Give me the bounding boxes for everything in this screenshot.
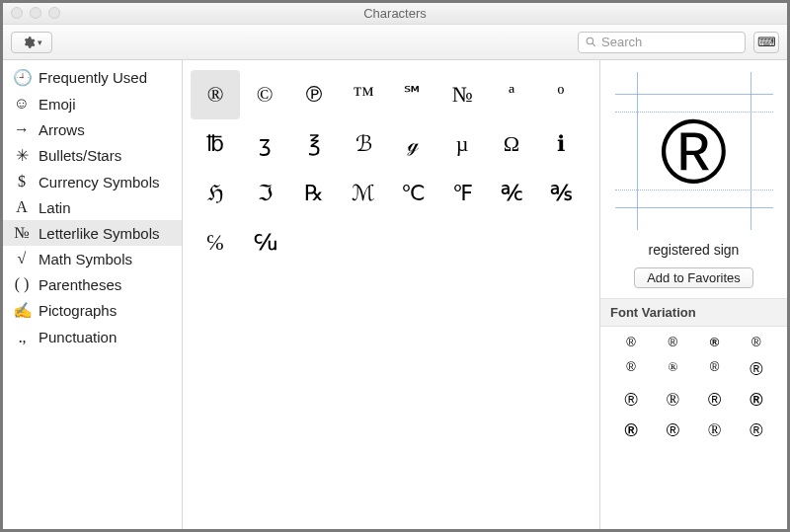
font-variation-header: Font Variation bbox=[600, 298, 787, 327]
font-variation-cell[interactable]: ® bbox=[610, 420, 652, 441]
emoji-icon: ☺ bbox=[13, 95, 31, 113]
character-viewer-window: Characters ▾ Search ⌨︎ 🕘 Frequently Used… bbox=[0, 0, 790, 532]
sidebar-item-pictographs[interactable]: ✍ Pictographs bbox=[3, 297, 182, 324]
char-cell[interactable]: ℔ bbox=[191, 119, 240, 169]
char-cell[interactable]: ª bbox=[487, 70, 536, 119]
char-cell[interactable]: µ bbox=[437, 119, 487, 169]
character-name: registered sign bbox=[600, 242, 787, 258]
star-icon: ✳ bbox=[13, 146, 31, 165]
char-cell[interactable]: ™ bbox=[339, 70, 388, 119]
sidebar-item-label: Currency Symbols bbox=[39, 174, 160, 190]
char-cell[interactable]: ℗ bbox=[289, 70, 339, 119]
gear-icon bbox=[22, 36, 36, 49]
char-cell[interactable]: Ω bbox=[487, 119, 536, 169]
content: 🕘 Frequently Used ☺ Emoji → Arrows ✳ Bul… bbox=[3, 60, 787, 529]
clock-icon: 🕘 bbox=[13, 68, 31, 87]
font-variation-cell[interactable]: ® bbox=[652, 359, 693, 380]
settings-menu-button[interactable]: ▾ bbox=[11, 32, 52, 53]
sidebar-item-punctuation[interactable]: ․, Punctuation bbox=[3, 324, 182, 350]
sidebar-item-currency[interactable]: $ Currency Symbols bbox=[3, 169, 182, 194]
char-cell[interactable]: ℞ bbox=[289, 169, 339, 218]
char-cell[interactable]: ℬ bbox=[339, 119, 388, 169]
char-cell[interactable]: ℌ bbox=[191, 169, 240, 218]
sidebar-item-parentheses[interactable]: ( ) Parentheses bbox=[3, 271, 182, 297]
sidebar-item-label: Letterlike Symbols bbox=[39, 225, 160, 242]
char-cell[interactable]: º bbox=[536, 70, 586, 119]
detail-panel: ® registered sign Add to Favorites Font … bbox=[599, 60, 787, 529]
sidebar-item-label: Emoji bbox=[39, 96, 76, 113]
font-variation-cell[interactable]: ® bbox=[610, 335, 652, 349]
char-cell[interactable]: ℁ bbox=[536, 169, 586, 218]
font-variation-cell[interactable]: ® bbox=[652, 390, 693, 411]
keyboard-icon: ⌨︎ bbox=[757, 35, 776, 49]
char-cell[interactable]: ℊ bbox=[388, 119, 437, 169]
char-cell[interactable]: ℳ bbox=[339, 169, 388, 218]
font-variation-cell[interactable]: ® bbox=[736, 359, 777, 380]
char-cell[interactable]: ℠ bbox=[388, 70, 437, 119]
font-variation-cell[interactable]: ® bbox=[652, 335, 693, 349]
font-variation-cell[interactable]: ® bbox=[694, 359, 736, 380]
sidebar-item-bullets-stars[interactable]: ✳ Bullets/Stars bbox=[3, 142, 182, 169]
minimize-button[interactable] bbox=[30, 7, 41, 19]
sidebar-item-letterlike[interactable]: № Letterlike Symbols bbox=[3, 220, 182, 246]
window-title: Characters bbox=[363, 6, 427, 21]
sidebar-item-label: Pictographs bbox=[39, 302, 117, 319]
sidebar-item-label: Punctuation bbox=[39, 329, 117, 345]
font-variation-grid: ® ® ® ® ® ® ® ® ® ® ® ® ® ® ® ® bbox=[600, 327, 787, 449]
sidebar-item-math[interactable]: √ Math Symbols bbox=[3, 246, 182, 271]
glyph-preview: ® bbox=[615, 72, 773, 230]
zoom-button[interactable] bbox=[48, 7, 60, 19]
parentheses-icon: ( ) bbox=[13, 275, 31, 293]
font-variation-cell[interactable]: ® bbox=[736, 390, 777, 411]
sidebar-item-emoji[interactable]: ☺ Emoji bbox=[3, 91, 182, 116]
svg-line-1 bbox=[592, 43, 595, 46]
sidebar: 🕘 Frequently Used ☺ Emoji → Arrows ✳ Bul… bbox=[3, 60, 183, 529]
char-cell[interactable]: ℃ bbox=[388, 169, 437, 218]
keyboard-viewer-button[interactable]: ⌨︎ bbox=[753, 32, 779, 53]
char-cell[interactable]: ℆ bbox=[240, 218, 289, 267]
sidebar-item-label: Latin bbox=[39, 199, 71, 216]
char-cell[interactable]: ℹ bbox=[536, 119, 586, 169]
sidebar-item-label: Math Symbols bbox=[39, 251, 132, 267]
glyph: ® bbox=[661, 100, 728, 203]
char-cell[interactable]: ℑ bbox=[240, 169, 289, 218]
char-cell[interactable]: ℥ bbox=[289, 119, 339, 169]
font-variation-cell[interactable]: ® bbox=[694, 390, 736, 411]
svg-point-0 bbox=[587, 38, 593, 44]
char-cell[interactable]: ℉ bbox=[437, 169, 487, 218]
sidebar-item-arrows[interactable]: → Arrows bbox=[3, 116, 182, 142]
font-variation-cell[interactable]: ® bbox=[736, 420, 777, 441]
letter-a-icon: A bbox=[13, 198, 31, 216]
dollar-icon: $ bbox=[13, 173, 31, 190]
font-variation-cell[interactable]: ® bbox=[694, 420, 736, 441]
char-cell[interactable]: © bbox=[240, 70, 289, 119]
window-controls bbox=[11, 7, 60, 19]
char-cell[interactable]: ® bbox=[191, 70, 240, 119]
chevron-down-icon: ▾ bbox=[38, 38, 42, 47]
pictograph-icon: ✍ bbox=[13, 301, 31, 320]
font-variation-cell[interactable]: ® bbox=[610, 359, 652, 380]
sidebar-item-frequently-used[interactable]: 🕘 Frequently Used bbox=[3, 64, 182, 91]
close-button[interactable] bbox=[11, 7, 23, 19]
sidebar-item-latin[interactable]: A Latin bbox=[3, 194, 182, 220]
search-input[interactable]: Search bbox=[578, 32, 746, 53]
add-to-favorites-button[interactable]: Add to Favorites bbox=[634, 267, 753, 288]
numero-icon: № bbox=[13, 224, 31, 242]
sidebar-item-label: Parentheses bbox=[39, 276, 121, 293]
font-variation-cell[interactable]: ® bbox=[610, 390, 652, 411]
sidebar-item-label: Arrows bbox=[39, 121, 85, 138]
char-cell[interactable]: ℀ bbox=[487, 169, 536, 218]
char-cell[interactable]: ʒ bbox=[240, 119, 289, 169]
char-cell[interactable]: № bbox=[437, 70, 487, 119]
sidebar-item-label: Bullets/Stars bbox=[39, 147, 121, 164]
arrow-icon: → bbox=[13, 120, 31, 138]
font-variation-cell[interactable]: ® bbox=[694, 335, 736, 349]
search-icon bbox=[585, 36, 597, 48]
font-variation-cell[interactable]: ® bbox=[736, 335, 777, 349]
sidebar-item-label: Frequently Used bbox=[39, 69, 147, 86]
titlebar: Characters bbox=[3, 3, 787, 25]
char-cell[interactable]: ℅ bbox=[191, 218, 240, 267]
sqrt-icon: √ bbox=[13, 250, 31, 267]
font-variation-cell[interactable]: ® bbox=[652, 420, 693, 441]
punctuation-icon: ․, bbox=[13, 328, 31, 346]
